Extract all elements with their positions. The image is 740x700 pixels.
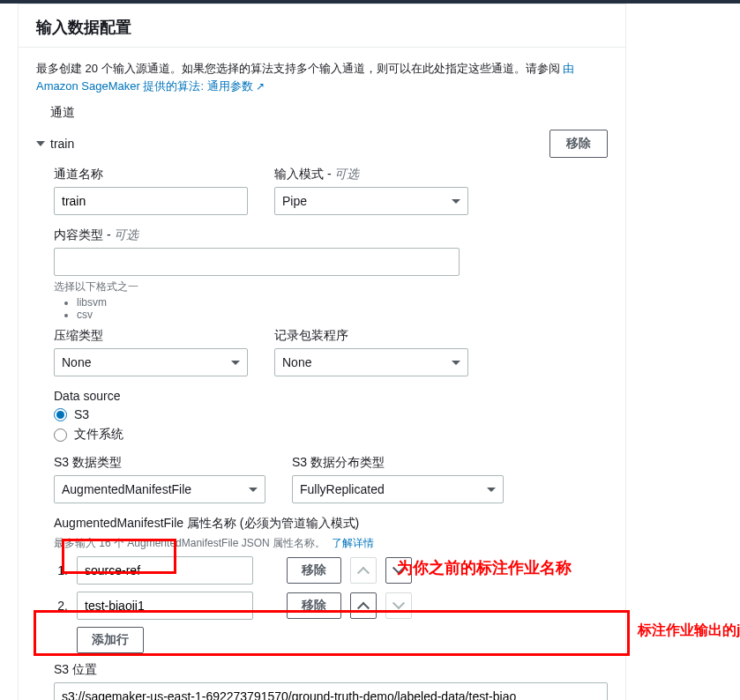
- data-source-s3-label: S3: [74, 407, 89, 421]
- chevron-up-icon: [359, 601, 368, 610]
- channel-header: train 移除: [36, 123, 608, 167]
- compress-label: 压缩类型: [54, 328, 248, 344]
- wrap-label: 记录包装程序: [274, 328, 468, 344]
- attr-remove-button-2[interactable]: 移除: [287, 592, 341, 619]
- attr-names-learn-more-link[interactable]: 了解详情: [332, 537, 374, 549]
- channel-name-label: 通道名称: [54, 167, 248, 182]
- compress-value: None: [62, 355, 91, 369]
- data-source-fs-radio[interactable]: [54, 428, 67, 442]
- content-type-options: libsvm csv: [54, 296, 608, 321]
- s3-dist-type-label: S3 数据分布类型: [292, 455, 504, 471]
- channel-name: train: [50, 137, 74, 151]
- attr-name-input-2[interactable]: [77, 592, 253, 620]
- external-link-icon: ↗: [256, 80, 265, 93]
- s3-location-input[interactable]: [54, 682, 608, 700]
- input-mode-value: Pipe: [282, 194, 307, 208]
- input-mode-select[interactable]: Pipe: [274, 187, 468, 215]
- s3-data-type-select[interactable]: AugmentedManifestFile: [54, 475, 265, 503]
- attr-row: 1. 移除: [54, 556, 608, 585]
- panel-title: 输入数据配置: [19, 4, 625, 48]
- chevron-up-icon: [359, 566, 368, 575]
- remove-channel-button[interactable]: 移除: [549, 130, 608, 158]
- channels-label: 通道: [36, 100, 608, 123]
- s3-dist-type-value: FullyReplicated: [300, 482, 385, 496]
- attr-remove-button-1[interactable]: 移除: [287, 557, 341, 584]
- add-attr-row-button[interactable]: 添加行: [77, 627, 144, 653]
- content-type-opt-libsvm: libsvm: [77, 296, 608, 309]
- compress-select[interactable]: None: [54, 348, 248, 376]
- chevron-down-icon: [231, 361, 240, 365]
- chevron-down-icon: [452, 199, 460, 204]
- input-mode-label: 输入模式 - 可选: [274, 167, 468, 182]
- attr-row-idx: 2.: [54, 599, 68, 613]
- chevron-down-icon: [394, 566, 403, 575]
- wrap-value: None: [282, 355, 311, 369]
- input-data-config-panel: 输入数据配置 最多创建 20 个输入源通道。如果您选择的算法支持多个输入通道，则…: [18, 4, 626, 700]
- content-type-opt-csv: csv: [77, 309, 608, 321]
- move-down-button-1[interactable]: [385, 557, 412, 584]
- channel-toggle[interactable]: train: [36, 137, 74, 151]
- content-type-hint: 选择以下格式之一: [54, 279, 608, 294]
- content-type-input[interactable]: [54, 248, 460, 276]
- chevron-down-icon: [249, 488, 258, 492]
- s3-location-label: S3 位置: [54, 662, 608, 678]
- intro-text: 最多创建 20 个输入源通道。如果您选择的算法支持多个输入通道，则可以在此处指定…: [36, 60, 608, 94]
- content-type-label: 内容类型 - 可选: [54, 227, 608, 243]
- attr-names-hint: 最多输入 16 个 AugmentedManifestFile JSON 属性名…: [54, 536, 608, 551]
- caret-down-icon: [36, 141, 45, 146]
- data-source-label: Data source: [54, 389, 608, 403]
- s3-dist-type-select[interactable]: FullyReplicated: [292, 475, 504, 503]
- s3-data-type-value: AugmentedManifestFile: [62, 482, 191, 496]
- attr-row-idx: 1.: [54, 563, 68, 577]
- chevron-down-icon: [487, 488, 496, 492]
- move-down-button-2: [385, 592, 412, 619]
- data-source-fs-label: 文件系统: [74, 427, 123, 443]
- wrap-select[interactable]: None: [274, 348, 468, 376]
- attr-names-label: AugmentedManifestFile 属性名称 (必须为管道输入模式): [54, 516, 608, 532]
- annotation-text-s3: 标注作业输出的json文件: [638, 622, 740, 640]
- move-up-button-1: [350, 557, 377, 584]
- channel-name-input[interactable]: [54, 187, 248, 215]
- data-source-s3-radio[interactable]: [54, 408, 67, 421]
- data-source-s3-option[interactable]: S3: [54, 407, 608, 421]
- chevron-down-icon: [394, 601, 403, 610]
- s3-data-type-label: S3 数据类型: [54, 455, 265, 471]
- attr-name-input-1[interactable]: [77, 556, 253, 585]
- move-up-button-2[interactable]: [350, 592, 377, 619]
- intro-prefix: 最多创建 20 个输入源通道。如果您选择的算法支持多个输入通道，则可以在此处指定…: [36, 62, 560, 75]
- chevron-down-icon: [452, 361, 460, 365]
- attr-row: 2. 移除: [54, 592, 608, 620]
- data-source-fs-option[interactable]: 文件系统: [54, 427, 608, 443]
